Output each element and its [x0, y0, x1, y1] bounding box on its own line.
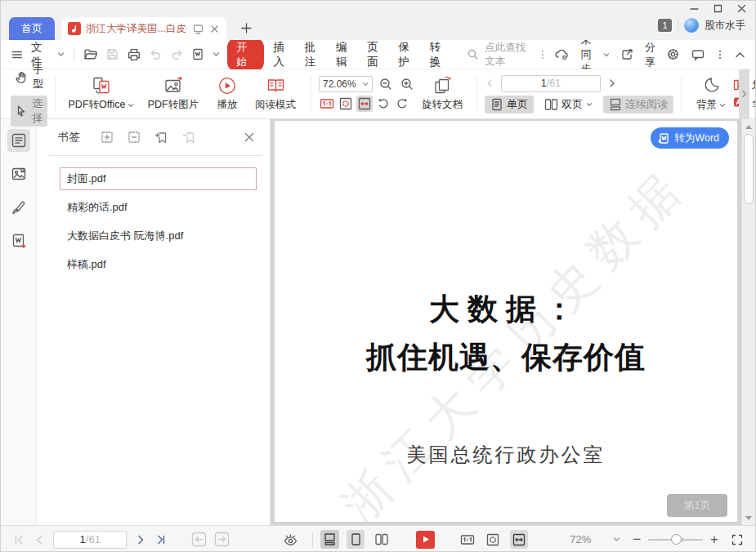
eye-protection-icon[interactable] — [283, 532, 298, 547]
zoom-slider[interactable] — [648, 534, 703, 545]
menu-tab-convert[interactable]: 转换 — [427, 40, 451, 69]
previous-view-icon[interactable] — [191, 532, 207, 547]
chevron-down-icon[interactable] — [57, 51, 65, 58]
next-page-icon[interactable] — [134, 533, 147, 546]
pdf-to-image-button[interactable]: PDF转图片 — [140, 76, 207, 112]
convert-to-word-button[interactable]: 转为Word — [651, 127, 729, 149]
window-maximize-button[interactable] — [713, 3, 723, 14]
expand-all-icon[interactable] — [101, 131, 114, 144]
sync-chevron-icon[interactable] — [603, 51, 610, 58]
settings-gear-icon[interactable] — [666, 47, 680, 61]
feedback-icon[interactable] — [691, 48, 705, 61]
print-icon[interactable] — [127, 47, 141, 62]
delete-bookmark-icon[interactable] — [182, 131, 196, 144]
zoom-out-minus-button[interactable]: − — [633, 532, 641, 546]
actual-size-icon[interactable] — [319, 96, 335, 112]
fit-width-button-status[interactable] — [510, 530, 529, 549]
hamburger-icon[interactable] — [11, 48, 24, 61]
statusbar-zoom-percent[interactable]: 72% — [570, 533, 591, 545]
actual-size-button-status[interactable] — [459, 530, 477, 549]
menu-tab-page[interactable]: 页面 — [365, 40, 388, 69]
vertical-scrollbar[interactable] — [741, 119, 755, 525]
reading-mode-button[interactable]: 阅读模式 — [248, 76, 303, 112]
zoom-level-select[interactable]: 72.06% — [319, 76, 373, 92]
zoom-out-icon[interactable] — [378, 76, 394, 92]
new-tab-button[interactable] — [239, 21, 253, 35]
rail-thumbnails-button[interactable] — [7, 162, 30, 185]
window-close-button[interactable] — [736, 3, 747, 14]
account-area[interactable]: 1 股市水手 — [658, 18, 749, 33]
bookmark-item-draft[interactable]: 样稿.pdf — [60, 253, 257, 276]
detach-tab-icon[interactable] — [192, 23, 204, 35]
continuous-reading-button[interactable]: 连续阅读 — [603, 96, 673, 114]
scroll-down-arrow[interactable] — [742, 512, 755, 523]
zoom-in-plus-button[interactable]: + — [710, 532, 718, 546]
avatar[interactable] — [684, 18, 699, 33]
double-page-view-button[interactable]: 双页 — [539, 96, 598, 114]
bookmark-item-cover[interactable]: 封面.pdf — [60, 167, 257, 190]
previous-page-chevron-icon[interactable] — [485, 78, 494, 88]
next-page-chevron-icon[interactable] — [607, 78, 617, 88]
redo-icon[interactable] — [170, 47, 184, 61]
autoplay-button[interactable] — [416, 531, 435, 549]
statusbar-page-input[interactable]: 1/61 — [53, 531, 127, 549]
zoom-chevron-icon[interactable] — [613, 536, 620, 543]
select-tool-button[interactable]: 选择 — [11, 96, 47, 127]
more-dots-icon[interactable] — [716, 49, 724, 60]
search-box[interactable]: 点此查找文本 — [467, 41, 547, 69]
dropdown-chevron-icon[interactable] — [212, 51, 220, 58]
rail-export-word-button[interactable] — [7, 229, 30, 252]
document-tab[interactable]: 浙江大学译美国...白皮书.pdf — [61, 17, 226, 40]
menu-tab-insert[interactable]: 插入 — [271, 40, 295, 69]
background-button[interactable]: 背景 — [689, 76, 733, 112]
add-bookmark-icon[interactable] — [154, 131, 168, 144]
pdf-to-office-button[interactable]: PDF转Office — [63, 76, 140, 112]
next-view-icon[interactable] — [214, 532, 230, 547]
undo-icon[interactable] — [149, 47, 163, 61]
close-panel-icon[interactable] — [244, 131, 255, 143]
zoom-in-icon[interactable] — [399, 76, 415, 92]
menu-tab-annotate[interactable]: 批注 — [302, 40, 326, 69]
single-page-view-button-status[interactable] — [347, 530, 365, 549]
share-label[interactable]: 分享 — [645, 40, 655, 69]
menu-tab-edit[interactable]: 编辑 — [333, 40, 357, 69]
rail-annotations-button[interactable] — [7, 196, 30, 219]
save-icon[interactable] — [105, 47, 119, 61]
share-icon[interactable] — [620, 47, 634, 61]
rotate-right-icon[interactable] — [394, 96, 410, 112]
single-page-view-button[interactable]: 单页 — [485, 96, 534, 114]
page-number-input[interactable]: 1/61 — [501, 75, 601, 92]
rail-bookmarks-button[interactable] — [7, 129, 30, 152]
rotate-document-button[interactable]: 旋转文档 — [415, 76, 469, 112]
toolbar-overflow-strip[interactable] — [739, 69, 749, 118]
fullscreen-icon[interactable] — [731, 533, 744, 546]
search-more-dots-icon[interactable] — [539, 49, 547, 60]
play-button[interactable]: 播放 — [207, 76, 248, 112]
last-page-icon[interactable] — [154, 533, 168, 546]
bookmark-item-quotes[interactable]: 精彩的话.pdf — [60, 196, 257, 219]
bookmark-item-whitepaper[interactable]: 大数据白皮书 阮海博.pdf — [60, 225, 257, 247]
menu-tab-start[interactable]: 开始 — [227, 38, 263, 72]
continuous-view-button[interactable] — [320, 530, 339, 549]
collapse-toolbar-icon[interactable] — [735, 51, 745, 59]
scroll-up-arrow[interactable] — [742, 121, 755, 132]
hand-tool-button[interactable]: 手型 — [11, 61, 47, 92]
tab-close-icon[interactable] — [209, 24, 220, 34]
slider-thumb[interactable] — [671, 534, 682, 545]
fit-page-icon[interactable] — [338, 96, 354, 112]
cloud-sync-icon[interactable] — [554, 47, 570, 61]
fit-width-icon[interactable] — [356, 96, 373, 112]
collapse-all-icon[interactable] — [127, 131, 141, 144]
window-minimize-button[interactable] — [689, 3, 700, 14]
open-folder-icon[interactable] — [83, 47, 98, 62]
menu-tab-protect[interactable]: 保护 — [396, 40, 420, 69]
previous-page-icon[interactable] — [33, 533, 46, 546]
first-page-icon[interactable] — [12, 533, 25, 546]
scrollbar-thumb[interactable] — [744, 134, 754, 204]
rotate-left-icon[interactable] — [375, 96, 391, 112]
double-page-view-button-status[interactable] — [372, 530, 391, 549]
fit-page-button-status[interactable] — [484, 530, 503, 549]
notification-badge[interactable]: 1 — [658, 19, 672, 32]
export-word-icon[interactable] — [191, 47, 205, 61]
home-tab[interactable]: 首页 — [9, 17, 55, 40]
